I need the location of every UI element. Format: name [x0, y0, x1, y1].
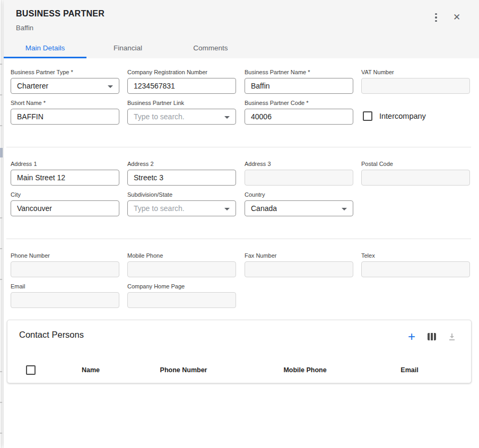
dropdown-caret-icon [342, 208, 347, 210]
dialog-subtitle: Baffin [16, 24, 33, 32]
telex-input[interactable] [361, 261, 470, 277]
country-select[interactable]: Canada [245, 200, 353, 216]
telex-label: Telex [361, 252, 470, 259]
tab-main-details-label: Main Details [25, 44, 65, 52]
field-email: Email [11, 283, 119, 308]
mobile-phone-label: Mobile Phone [127, 252, 236, 259]
postal-code-label: Postal Code [361, 161, 470, 167]
field-fax-number: Fax Number [245, 252, 353, 277]
short-name-input[interactable]: BAFFIN [11, 109, 119, 125]
field-business-partner-type: Business Partner Type * Charterer [11, 69, 119, 94]
section-divider [6, 147, 471, 147]
business-partner-link-search-select[interactable]: Type to search. [127, 109, 236, 125]
intercompany-label: Intercompany [379, 112, 426, 120]
field-subdivision-state: Subdivision/State Type to search. [127, 191, 236, 216]
business-partner-code-input[interactable]: 40006 [245, 109, 353, 125]
email-input[interactable] [11, 292, 119, 308]
contact-persons-table-header: Name Phone Number Mobile Phone Email [7, 362, 472, 378]
field-company-home-page: Company Home Page [127, 283, 236, 308]
email-label: Email [11, 283, 119, 289]
company-registration-number-input[interactable]: 1234567831 [127, 78, 236, 94]
kebab-menu-icon[interactable] [431, 12, 441, 23]
column-header-email: Email [370, 366, 449, 374]
add-contact-icon[interactable]: + [405, 330, 418, 343]
intercompany-checkbox[interactable] [363, 111, 372, 121]
subdivision-state-search-select[interactable]: Type to search. [127, 200, 236, 216]
phone-number-label: Phone Number [11, 252, 119, 259]
business-partner-link-label: Business Partner Link [127, 100, 236, 106]
field-phone-number: Phone Number [11, 252, 119, 277]
close-icon[interactable]: ✕ [450, 11, 463, 23]
city-input[interactable]: Vancouver [11, 200, 119, 216]
tab-bar: Main Details Financial Comments [4, 37, 252, 58]
field-postal-code: Postal Code [361, 161, 470, 186]
dialog-title: BUSINESS PARTNER [16, 9, 104, 19]
column-header-mobile-phone: Mobile Phone [240, 366, 370, 374]
postal-code-input[interactable] [361, 170, 470, 186]
dropdown-caret-icon [224, 208, 230, 210]
section-divider [6, 239, 471, 239]
tab-comments-label: Comments [193, 44, 228, 52]
business-partner-name-label: Business Partner Name * [245, 69, 353, 75]
contact-persons-toolbar: + [405, 330, 458, 343]
background-fragment [0, 148, 3, 157]
fax-number-input[interactable] [245, 261, 353, 277]
address-3-input[interactable] [245, 170, 353, 186]
field-city: City Vancouver [11, 191, 119, 216]
company-home-page-label: Company Home Page [127, 283, 236, 289]
mobile-phone-input[interactable] [127, 261, 236, 277]
city-label: City [11, 191, 119, 198]
field-company-registration-number: Company Registration Number 1234567831 [127, 69, 236, 94]
field-business-partner-link: Business Partner Link Type to search. [127, 100, 236, 125]
vat-number-label: VAT Number [361, 69, 470, 75]
business-partner-name-input[interactable]: Baffin [245, 78, 353, 94]
contact-persons-title: Contact Persons [19, 330, 84, 340]
address-1-label: Address 1 [11, 161, 119, 167]
company-registration-number-label: Company Registration Number [127, 69, 236, 75]
fax-number-label: Fax Number [245, 252, 353, 259]
field-short-name: Short Name * BAFFIN [11, 100, 119, 125]
column-settings-icon[interactable] [425, 330, 438, 343]
company-home-page-input[interactable] [127, 292, 236, 308]
business-partner-type-label: Business Partner Type * [11, 69, 119, 75]
column-header-phone-number: Phone Number [127, 366, 240, 374]
column-header-name: Name [55, 366, 127, 374]
field-mobile-phone: Mobile Phone [127, 252, 236, 277]
business-partner-code-label: Business Partner Code * [245, 100, 353, 106]
address-2-label: Address 2 [127, 161, 236, 167]
vat-number-input[interactable] [361, 78, 470, 94]
tab-financial-label: Financial [114, 44, 142, 52]
field-business-partner-name: Business Partner Name * Baffin [245, 69, 353, 94]
select-all-checkbox[interactable] [26, 365, 36, 375]
dialog-header: BUSINESS PARTNER Baffin ✕ Main Details F… [4, 0, 479, 58]
field-address-2: Address 2 Streetc 3 [127, 161, 236, 186]
dropdown-caret-icon [108, 85, 113, 88]
address-2-input[interactable]: Streetc 3 [127, 170, 236, 186]
field-address-1: Address 1 Main Street 12 [11, 161, 119, 186]
business-partner-type-select[interactable]: Charterer [11, 78, 119, 94]
field-address-3: Address 3 [245, 161, 353, 186]
address-3-label: Address 3 [245, 161, 353, 167]
address-1-input[interactable]: Main Street 12 [11, 170, 119, 186]
short-name-label: Short Name * [11, 100, 119, 106]
phone-number-input[interactable] [11, 261, 119, 277]
subdivision-state-label: Subdivision/State [127, 191, 236, 198]
download-icon[interactable] [446, 330, 458, 343]
dropdown-caret-icon [224, 116, 230, 119]
tab-comments[interactable]: Comments [169, 37, 252, 58]
field-telex: Telex [361, 252, 470, 277]
field-business-partner-code: Business Partner Code * 40006 [245, 100, 353, 125]
background-grid-line [1, 0, 2, 448]
field-vat-number: VAT Number [361, 69, 470, 94]
field-country: Country Canada [245, 191, 353, 216]
field-intercompany: Intercompany [363, 111, 426, 121]
tab-financial[interactable]: Financial [86, 37, 169, 58]
background-page-sliver [0, 0, 4, 448]
country-label: Country [245, 191, 353, 198]
tab-main-details[interactable]: Main Details [4, 37, 86, 58]
business-partner-dialog: BUSINESS PARTNER Baffin ✕ Main Details F… [4, 0, 479, 448]
